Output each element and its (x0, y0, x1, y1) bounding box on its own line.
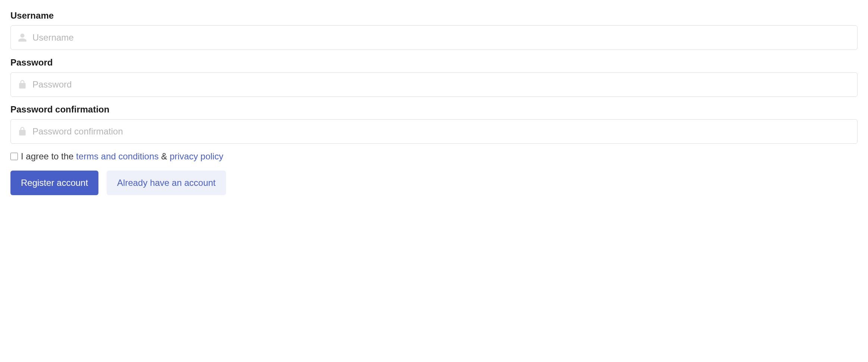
password-group: Password (10, 57, 858, 97)
agree-checkbox[interactable] (10, 153, 18, 160)
register-button[interactable]: Register account (10, 171, 98, 195)
register-form: Username Password Password confirmation (10, 10, 858, 195)
username-input[interactable] (32, 26, 850, 50)
user-icon (18, 33, 27, 42)
agree-separator: & (159, 151, 170, 161)
password-input[interactable] (32, 73, 850, 96)
password-confirmation-label: Password confirmation (10, 104, 858, 115)
username-group: Username (10, 10, 858, 50)
password-confirmation-group: Password confirmation (10, 104, 858, 144)
password-confirmation-input-wrapper (10, 119, 858, 144)
lock-icon (18, 80, 27, 89)
agree-text: I agree to the terms and conditions & pr… (21, 151, 223, 162)
password-confirmation-input[interactable] (32, 120, 850, 143)
password-input-wrapper (10, 72, 858, 97)
privacy-link[interactable]: privacy policy (170, 151, 223, 161)
terms-link[interactable]: terms and conditions (76, 151, 158, 161)
username-label: Username (10, 10, 858, 21)
button-row: Register account Already have an account (10, 171, 858, 195)
already-have-account-button[interactable]: Already have an account (107, 171, 226, 195)
username-input-wrapper (10, 25, 858, 50)
agree-row: I agree to the terms and conditions & pr… (10, 151, 858, 162)
agree-prefix: I agree to the (21, 151, 76, 161)
password-label: Password (10, 57, 858, 68)
lock-icon (18, 127, 27, 136)
